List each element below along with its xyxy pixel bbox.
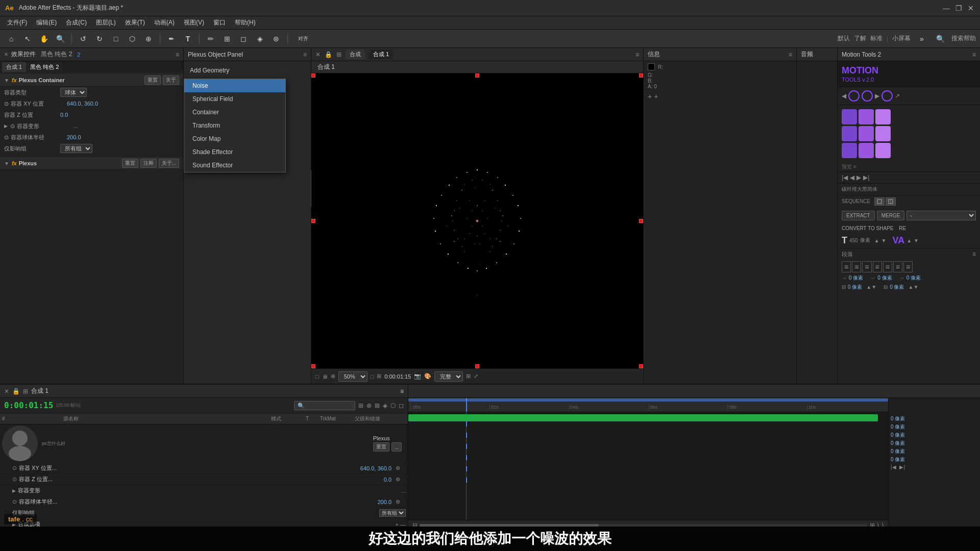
align-toggle[interactable]: 对齐 (296, 32, 310, 46)
nav-circle-2[interactable] (862, 90, 873, 102)
add-color-fg-button[interactable]: + (648, 92, 652, 101)
tl-btn-5[interactable]: ⬡ (390, 402, 396, 409)
shape-tool[interactable]: □ (109, 32, 123, 46)
indent-value-1[interactable]: 0 像素 (849, 274, 863, 282)
row-val-1[interactable]: 640.0, 360.0 (360, 465, 391, 471)
swatch-1[interactable] (842, 109, 857, 124)
minimize-button[interactable]: — (942, 4, 950, 12)
group-filter-select[interactable]: 所有组 (60, 144, 92, 153)
step-fwd-button[interactable]: ▶| (863, 174, 869, 181)
close-button[interactable]: ✕ (967, 4, 975, 12)
keyframe-diamond-4[interactable] (466, 455, 467, 460)
shape-tool-3[interactable]: ⊕ (141, 32, 156, 46)
swatch-9[interactable] (875, 143, 891, 158)
viewport-expand-btn[interactable]: ⤢ (474, 373, 478, 380)
plexus-triangle[interactable]: ▼ (4, 161, 9, 166)
play-button[interactable]: ▶ (856, 174, 861, 181)
prev-button[interactable]: |◀ (842, 174, 848, 181)
maximize-button[interactable]: ❐ (954, 4, 963, 12)
puppet-tool[interactable]: ⊛ (269, 32, 283, 46)
orbit-tool[interactable]: ↻ (92, 32, 107, 46)
tl-btn-4[interactable]: ◈ (383, 402, 387, 409)
radius-value[interactable]: 200.0 (67, 134, 179, 140)
tl-arr-prev[interactable]: |◀ (891, 464, 896, 470)
container-close-button[interactable]: 关于 (163, 76, 179, 85)
dropdown-item-colormap[interactable]: Color Map (184, 132, 285, 145)
menu-effect[interactable]: 效果(T) (121, 17, 149, 28)
paragraph-menu[interactable]: ≡ (972, 251, 976, 258)
menu-comp[interactable]: 合成(C) (62, 17, 91, 28)
timeline-menu[interactable]: ≡ (400, 388, 404, 395)
viewport-close[interactable]: ✕ (315, 51, 321, 58)
plexus-reset-button[interactable]: 重置 (122, 159, 138, 168)
container-type-select[interactable]: 球体 (60, 88, 87, 97)
viewport-btn-2[interactable]: 🖥 (322, 373, 328, 380)
dropdown-item-sound[interactable]: Sound Effector (184, 159, 285, 172)
shape-tool-2[interactable]: ⬡ (125, 32, 139, 46)
undo-button[interactable]: ↺ (76, 32, 90, 46)
text-tool[interactable]: T (181, 32, 195, 46)
sequence-btn-2[interactable] (886, 197, 896, 206)
tl-btn-1[interactable]: ⊞ (358, 402, 363, 409)
align-right-button[interactable]: ≡ (862, 261, 871, 272)
re-label[interactable]: RE (899, 226, 906, 231)
plexus-panel-menu[interactable]: ≡ (303, 51, 307, 58)
transform-cycle-icon[interactable]: ⊙ (10, 123, 15, 130)
row-tri-3[interactable]: ▶ (12, 488, 16, 493)
row-select-5[interactable]: 所有组 (379, 509, 406, 517)
info-menu[interactable]: ≡ (789, 51, 792, 58)
color-preview-black[interactable] (648, 63, 655, 70)
viewport-fit-btn[interactable]: □ (371, 373, 374, 380)
plexus-layer-dots[interactable]: ... (391, 442, 402, 452)
motion-tools-menu[interactable]: ≡ (972, 51, 976, 58)
menu-view[interactable]: 视图(V) (180, 17, 208, 28)
justify-button[interactable]: ≡ (873, 261, 882, 272)
menu-layer[interactable]: 图层(L) (92, 17, 120, 28)
nav-circle-1[interactable] (848, 90, 860, 102)
dropdown-item-transform[interactable]: Transform (184, 119, 285, 132)
viewport-menu[interactable]: ≡ (635, 51, 639, 58)
tl-space-0d[interactable]: 0 像素 (891, 440, 978, 447)
timeline-expand[interactable]: ⊞ (23, 388, 28, 395)
xy-cycle-icon[interactable]: ⊙ (4, 101, 9, 107)
eraser-tool[interactable]: ◻ (236, 32, 251, 46)
stamp-tool[interactable]: ⊞ (220, 32, 234, 46)
tl-space-0[interactable]: 0 像素 (891, 415, 978, 422)
tracking-up[interactable]: ▲ (906, 238, 912, 243)
space-arrows-2[interactable]: ▲▼ (908, 284, 918, 290)
sequence-btn-1[interactable] (874, 197, 885, 206)
swatch-5[interactable] (859, 126, 874, 141)
row-val-4[interactable]: 200.0 (377, 499, 391, 505)
justify-all-button[interactable]: ≡ (883, 261, 892, 272)
tl-btn-6[interactable]: ◻ (399, 402, 404, 409)
zoom-tool[interactable]: 🔍 (53, 32, 67, 46)
menu-window[interactable]: 窗口 (209, 17, 230, 28)
viewport-grid-btn[interactable]: ⊞ (466, 373, 471, 380)
search-button[interactable]: 🔍 (933, 32, 947, 46)
timeline-current-time[interactable]: 0:00:01:15 (4, 400, 53, 410)
space-arrows-1[interactable]: ▲▼ (866, 284, 876, 290)
timeline-search-input[interactable] (294, 401, 355, 410)
justify-right-button[interactable]: ≡ (893, 261, 902, 272)
tl-btn-2[interactable]: ⊕ (366, 402, 372, 409)
work-area-indicator[interactable] (408, 398, 888, 402)
tl-space-0e[interactable]: 0 像素 (891, 448, 978, 455)
row-val-2[interactable]: 0.0 (384, 477, 391, 483)
plexus-note-button[interactable]: 注释 (140, 159, 157, 168)
add-geometry-link[interactable]: Add Geometry (184, 64, 311, 77)
comp-tab-2[interactable]: 黑色 纯色 2 (26, 62, 63, 72)
viewport-tab-comp[interactable]: 合成 (346, 49, 365, 59)
tracking-down[interactable]: ▼ (914, 238, 919, 243)
swatch-2[interactable] (859, 109, 874, 124)
viewport-safe-btn[interactable]: ⊞ (377, 373, 381, 380)
menu-animation[interactable]: 动画(A) (150, 17, 179, 28)
nav-circle-3[interactable] (881, 90, 893, 102)
align-center-button[interactable]: ≡ (852, 261, 861, 272)
swatch-6[interactable] (875, 126, 891, 141)
z-value[interactable]: 0.0 (60, 112, 179, 118)
workspace-label[interactable]: 标准 (870, 34, 883, 43)
keyframe-diamond-2[interactable] (466, 433, 467, 438)
space-before-value[interactable]: 0 像素 (848, 284, 862, 291)
comp-tab-1[interactable]: 合成 1 (2, 62, 26, 72)
tl-space-0f[interactable]: 0 像素 (891, 456, 978, 463)
